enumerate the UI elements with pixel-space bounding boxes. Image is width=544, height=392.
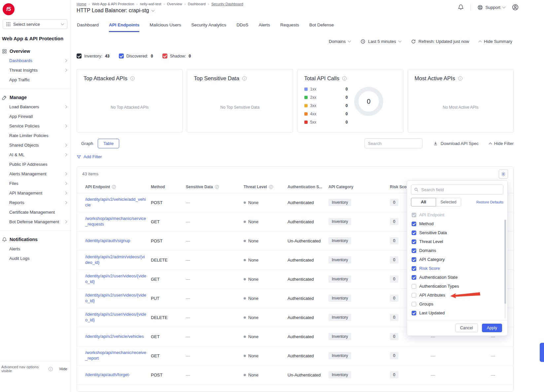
column-option[interactable]: Authentication Types [407, 282, 507, 291]
filter-checkbox[interactable] [77, 53, 82, 58]
column-option[interactable]: Last Updated [407, 308, 507, 317]
sidebar-nav-item[interactable]: Shared Objects [0, 140, 71, 150]
option-checkbox[interactable] [412, 275, 416, 280]
column-option[interactable]: Threat Level [407, 237, 507, 246]
hide-nav-link[interactable]: Hide [59, 367, 67, 371]
domains-dropdown[interactable]: Domains [329, 39, 351, 44]
info-icon[interactable] [49, 367, 53, 371]
endpoint-link[interactable]: /workshop/api/mechanic/receive_report [85, 350, 146, 361]
option-checkbox[interactable] [412, 213, 416, 217]
info-icon[interactable] [458, 76, 462, 81]
tab[interactable]: Malicious Users [150, 22, 181, 32]
popup-search-input[interactable] [411, 185, 503, 195]
breadcrumb-item[interactable]: Overview [167, 2, 182, 6]
tab[interactable]: Requests [280, 22, 299, 32]
info-icon[interactable] [215, 185, 219, 189]
bell-icon[interactable] [458, 4, 464, 11]
endpoint-link[interactable]: /identity/api/v2/vehicle/add_vehicle [85, 197, 146, 207]
column-option[interactable]: API Attributes [407, 291, 507, 300]
column-header[interactable]: API Endpoint [85, 185, 151, 189]
tab[interactable]: Alerts [258, 22, 270, 32]
filter-checkbox[interactable] [162, 53, 167, 58]
option-checkbox[interactable] [412, 284, 416, 289]
tab[interactable]: Bot Defense [309, 22, 334, 32]
info-icon[interactable] [342, 76, 347, 81]
account-icon[interactable] [512, 4, 519, 11]
table-row[interactable]: /identity/api/auth/forget- POST — None U… [77, 366, 513, 385]
endpoint-link[interactable]: /identity/api/v2/user/videos/{video_id} [85, 293, 146, 303]
option-checkbox[interactable] [412, 293, 416, 298]
endpoint-link[interactable]: /identity/api/auth/forget- [85, 372, 130, 377]
time-range-dropdown[interactable]: Last 5 minutes [360, 39, 401, 44]
option-checkbox[interactable] [412, 266, 416, 271]
info-icon[interactable] [130, 76, 135, 81]
endpoint-link[interactable]: /workshop/api/mechanic/service_requests [85, 216, 146, 227]
breadcrumb-item[interactable]: Web App & API Protection [92, 2, 134, 6]
popup-scrollbar[interactable] [504, 220, 506, 319]
download-api-spec-button[interactable]: Download API Spec [433, 141, 479, 146]
popup-tab-selected[interactable]: Selected [436, 198, 461, 206]
column-option[interactable]: API Endpoint [407, 210, 507, 219]
graph-view-button[interactable]: Graph [77, 139, 98, 148]
option-checkbox[interactable] [412, 311, 416, 315]
table-row[interactable]: /workshop/api/mechanic/receive_report GE… [77, 346, 513, 366]
select-service-dropdown[interactable]: Select service [3, 19, 67, 29]
sidebar-nav-item[interactable]: AI & ML [0, 150, 71, 160]
scrollbar-thumb[interactable] [504, 220, 506, 304]
sidebar-nav-item[interactable]: Rate Limiter Policies [0, 131, 71, 140]
inventory-filter[interactable]: Discovered: 0 [119, 53, 153, 58]
sidebar-nav-item[interactable]: Reports [0, 198, 71, 207]
sidebar-nav-item[interactable]: Threat Insights [0, 65, 71, 75]
sidebar-nav-item[interactable]: Public IP Addresses [0, 160, 71, 169]
endpoint-link[interactable]: /identity/api/auth/signup [85, 238, 130, 243]
sidebar-nav-item[interactable]: Load Balancers [0, 102, 71, 112]
option-checkbox[interactable] [412, 231, 416, 235]
option-checkbox[interactable] [412, 248, 416, 253]
restore-defaults-link[interactable]: Restore Defaults [476, 200, 503, 204]
sidebar-nav-item[interactable]: Alerts [0, 244, 71, 254]
info-icon[interactable] [269, 185, 273, 189]
info-icon[interactable] [112, 185, 116, 189]
tab[interactable]: API Endpoints [109, 22, 139, 32]
chevron-down-icon[interactable] [152, 9, 155, 12]
inventory-filter[interactable]: Shadow: 0 [162, 53, 191, 58]
info-icon[interactable] [242, 76, 247, 81]
inventory-filter[interactable]: Inventory: 43 [77, 53, 110, 58]
endpoint-link[interactable]: /identity/api/v2/user/videos/{video_id} [85, 312, 146, 322]
apply-button[interactable]: Apply [482, 324, 502, 332]
option-checkbox[interactable] [412, 257, 416, 262]
support-menu[interactable]: Support [477, 5, 505, 10]
sidebar-nav-item[interactable]: Service Policies [0, 121, 71, 131]
breadcrumb-item[interactable]: nelly-waf-test [140, 2, 161, 6]
tab[interactable]: Security Analytics [191, 22, 226, 32]
column-option[interactable]: Authentication State [407, 273, 507, 282]
option-checkbox[interactable] [412, 222, 416, 226]
sidebar-nav-item[interactable]: Audit Logs [0, 254, 71, 263]
cancel-button[interactable]: Cancel [455, 324, 478, 332]
f5-logo[interactable]: f5 [3, 3, 15, 15]
tab[interactable]: Dashboard [77, 22, 99, 32]
breadcrumb-item[interactable]: Home [77, 2, 86, 6]
sidebar-nav-item[interactable]: Bot Defense Management [0, 217, 71, 227]
column-option[interactable]: API Category [407, 255, 507, 264]
option-checkbox[interactable] [412, 302, 416, 306]
breadcrumb-item[interactable]: Security Dashboard [211, 2, 243, 6]
column-header[interactable]: Method [151, 185, 186, 189]
search-input[interactable] [364, 138, 423, 148]
sidebar-nav-item[interactable]: Alerts Management [0, 169, 71, 179]
option-checkbox[interactable] [412, 239, 416, 244]
sidebar-nav-item[interactable]: API Management [0, 188, 71, 198]
column-header[interactable]: Threat Level [244, 185, 288, 189]
popup-tab-all[interactable]: All [411, 198, 436, 206]
feedback-tab[interactable] [540, 343, 544, 362]
endpoint-link[interactable]: /identity/api/v2/user/videos/{video_id} [85, 273, 146, 284]
column-option[interactable]: Method [407, 219, 507, 228]
column-option[interactable]: Risk Score [407, 264, 507, 273]
column-option[interactable]: Sensitive Data [407, 228, 507, 237]
refresh-button[interactable]: Refresh: Updated just now [411, 39, 469, 44]
column-option[interactable]: Domains [407, 246, 507, 255]
column-header[interactable]: API Category [328, 185, 390, 189]
hide-summary-toggle[interactable]: Hide Summary [479, 39, 512, 44]
sidebar-nav-item[interactable]: App Firewall [0, 112, 71, 121]
breadcrumb-item[interactable]: Dashboard [188, 2, 206, 6]
